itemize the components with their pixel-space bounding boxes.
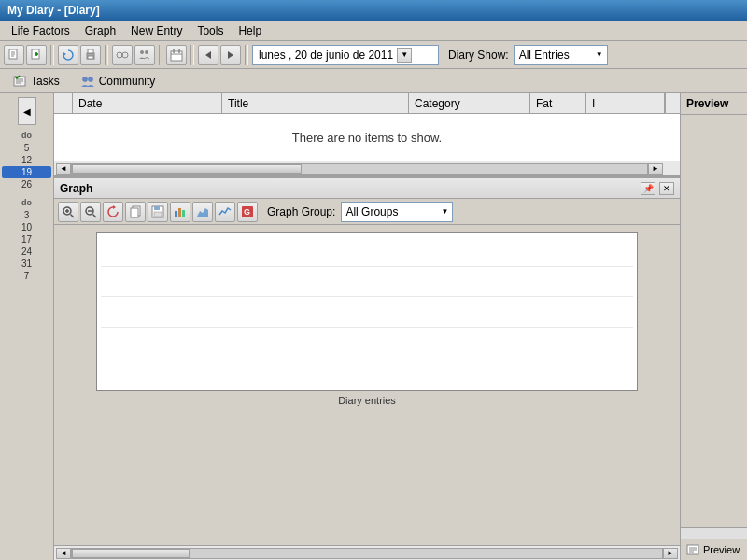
graph-refresh-btn[interactable] (103, 202, 123, 222)
graph-special-btn[interactable]: G (237, 202, 258, 222)
toolbar-btn-7[interactable] (166, 45, 187, 65)
grid-header-i[interactable]: I (586, 93, 665, 113)
menu-new-entry[interactable]: New Entry (123, 22, 190, 39)
toolbar-sep-2 (105, 45, 108, 65)
graph-pin-btn[interactable]: 📌 (641, 182, 655, 195)
toolbar-btn-nav-back[interactable] (198, 45, 218, 65)
toolbar-btn-3[interactable] (58, 45, 78, 65)
nav-back-icon (204, 50, 213, 60)
menu-help[interactable]: Help (231, 22, 269, 39)
bottom-scroll-left-btn[interactable]: ◄ (56, 548, 71, 559)
toolbar-btn-1[interactable] (4, 45, 24, 65)
menu-tools[interactable]: Tools (190, 22, 231, 39)
graph-line-chart-btn[interactable] (215, 202, 235, 222)
secondary-toolbar: Tasks Community (0, 69, 747, 93)
cal-day-3[interactable]: 3 (2, 209, 51, 221)
bottom-scrollbar-track[interactable] (71, 548, 663, 559)
graph-area-chart-btn[interactable] (192, 202, 213, 222)
main-layout: ◀ do 5 12 19 26 do 3 10 17 24 31 7 Date … (0, 93, 747, 560)
cal-day-24[interactable]: 24 (2, 245, 51, 258)
grid-header-date[interactable]: Date (73, 93, 222, 113)
menu-bar: Life Factors Graph New Entry Tools Help (0, 21, 747, 41)
cal-day-17[interactable]: 17 (2, 233, 51, 245)
scrollbar-thumb[interactable] (72, 164, 302, 174)
svg-line-29 (71, 214, 75, 217)
cal-month-2: do (2, 198, 51, 207)
menu-graph[interactable]: Graph (78, 22, 123, 39)
toolbar-btn-2[interactable] (26, 45, 47, 65)
add-icon (30, 49, 43, 62)
cal-day-31[interactable]: 31 (2, 258, 51, 270)
svg-rect-40 (154, 212, 162, 217)
bottom-scrollbar-thumb[interactable] (72, 549, 190, 558)
cal-day-5[interactable]: 5 (2, 142, 51, 154)
graph-titlebar: Graph 📌 ✕ (54, 178, 680, 199)
new-icon (7, 49, 21, 62)
toolbar-btn-5[interactable] (112, 45, 133, 65)
graph-bar-chart-btn[interactable] (170, 202, 190, 222)
sidebar-expand-btn[interactable]: ◀ (18, 97, 36, 125)
toolbar-btn-4[interactable] (80, 45, 101, 65)
grid-header-fat[interactable]: Fat (530, 93, 586, 113)
graph-grid-line-4 (101, 357, 633, 357)
refresh-icon (62, 49, 75, 62)
bottom-scroll-right-btn[interactable]: ► (663, 548, 678, 559)
grid-header-category[interactable]: Category (409, 93, 530, 113)
date-dropdown-btn[interactable]: ▼ (397, 48, 412, 63)
cal-day-7[interactable]: 7 (2, 270, 51, 282)
svg-rect-43 (182, 210, 185, 217)
graph-save-btn[interactable] (148, 202, 168, 222)
cal-day-10[interactable]: 10 (2, 221, 51, 233)
cal-day-26[interactable]: 26 (2, 178, 51, 190)
graph-zoom-in-btn[interactable] (58, 202, 78, 222)
graph-close-btn[interactable]: ✕ (659, 182, 674, 195)
scrollbar-track[interactable] (71, 163, 648, 175)
menu-life-factors[interactable]: Life Factors (4, 22, 78, 39)
graph-copy-btn[interactable] (125, 202, 146, 222)
toolbar-btn-nav-fwd[interactable] (220, 45, 241, 65)
tasks-label: Tasks (31, 75, 60, 88)
svg-rect-37 (131, 208, 138, 217)
graph-save-icon (151, 205, 164, 218)
diary-show-select[interactable]: All Entries ▼ (514, 45, 608, 65)
graph-zoom-out-btn[interactable] (80, 202, 101, 222)
graph-group-select[interactable]: All Groups ▼ (341, 202, 453, 222)
svg-line-33 (93, 214, 97, 217)
community-tab[interactable]: Community (72, 71, 164, 91)
toolbar-sep-4 (190, 45, 194, 65)
graph-refresh-icon (106, 205, 120, 218)
data-grid: Date Title Category Fat I There are no i… (54, 93, 680, 176)
svg-point-15 (145, 50, 148, 54)
svg-marker-21 (228, 51, 233, 59)
date-text: lunes , 20 de junio de 2011 (259, 49, 393, 62)
svg-marker-44 (197, 208, 208, 217)
community-icon (80, 74, 95, 89)
graph-grid-lines (97, 233, 637, 390)
tasks-tab[interactable]: Tasks (4, 71, 68, 91)
preview-scrollbar[interactable] (681, 527, 747, 539)
svg-marker-35 (113, 205, 116, 209)
community-label: Community (99, 75, 156, 88)
svg-point-11 (117, 52, 122, 58)
svg-marker-7 (63, 52, 66, 56)
diary-show-value: All Entries (519, 49, 570, 62)
area-chart-icon (196, 205, 209, 218)
scroll-left-btn[interactable]: ◄ (56, 163, 71, 175)
bar-chart-icon (174, 205, 187, 218)
graph-canvas (96, 232, 638, 391)
toolbar-sep-5 (245, 45, 248, 65)
cal-day-12[interactable]: 12 (2, 154, 51, 166)
preview-icon (686, 543, 699, 556)
zoom-in-icon (62, 205, 75, 218)
toolbar-btn-6[interactable] (134, 45, 155, 65)
preview-tab-label: Preview (703, 544, 740, 555)
cal-day-19[interactable]: 19 (2, 166, 51, 178)
preview-bottom-tab[interactable]: Preview (681, 539, 747, 560)
date-selector[interactable]: lunes , 20 de junio de 2011 ▼ (252, 45, 439, 65)
tasks-icon (12, 74, 27, 89)
toolbar-sep-1 (50, 45, 54, 65)
scroll-right-btn[interactable]: ► (648, 163, 663, 175)
graph-panel: Graph 📌 ✕ (54, 176, 680, 545)
graph-copy-icon (129, 205, 142, 218)
grid-header-title[interactable]: Title (222, 93, 409, 113)
